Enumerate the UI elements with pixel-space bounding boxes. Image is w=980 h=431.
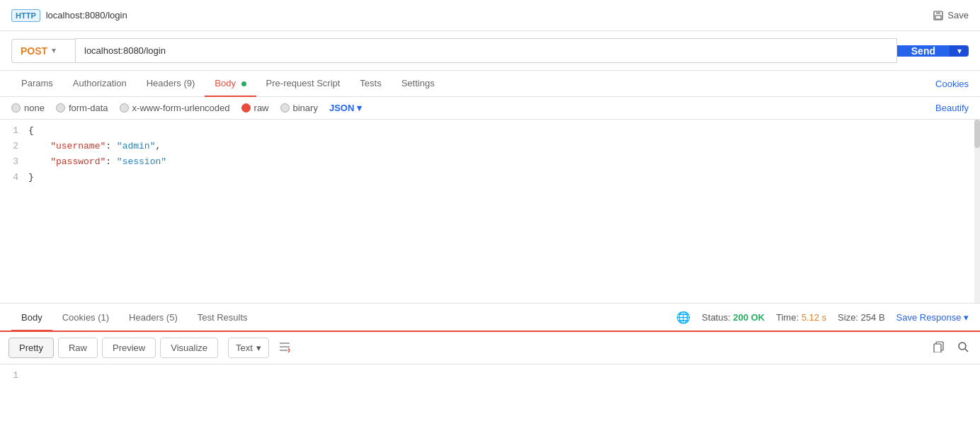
request-tabs: Params Authorization Headers (9) Body Pr… (0, 71, 980, 97)
radio-binary (280, 103, 290, 113)
option-form-data[interactable]: form-data (56, 103, 108, 113)
radio-raw (241, 103, 251, 113)
code-editor[interactable]: 1 { 2 "username": "admin", 3 "password":… (0, 120, 980, 304)
size-label: Size: 254 B (838, 312, 885, 323)
view-visualize-button[interactable]: Visualize (160, 338, 218, 358)
code-line-2: 2 "username": "admin", (0, 139, 980, 155)
time-value: 5.12 s (802, 312, 826, 323)
copy-button[interactable] (930, 338, 947, 358)
filter-svg (278, 340, 292, 354)
svg-line-9 (965, 349, 968, 352)
resp-tab-headers[interactable]: Headers (5) (119, 305, 188, 331)
resp-line-1: 1 (0, 369, 980, 384)
chevron-down-icon: ▾ (52, 46, 56, 55)
tab-body[interactable]: Body (205, 71, 256, 97)
editor-scrollbar[interactable] (974, 120, 980, 303)
line-number-2: 2 (0, 139, 28, 151)
line-number-4: 4 (0, 171, 28, 183)
radio-none (11, 103, 21, 113)
scrollbar-thumb[interactable] (974, 120, 980, 148)
http-badge: HTTP (11, 9, 40, 22)
top-bar: HTTP localhost:8080/login Save (0, 0, 980, 31)
status-value: 200 OK (733, 312, 765, 323)
tab-prerequest[interactable]: Pre-request Script (256, 71, 351, 97)
size-value: 254 B (861, 312, 885, 323)
option-raw[interactable]: raw (241, 103, 269, 113)
beautify-button[interactable]: Beautify (935, 103, 969, 113)
svg-rect-2 (935, 16, 941, 19)
radio-form-data (56, 103, 65, 113)
response-toolbar-right (930, 338, 972, 358)
globe-icon: 🌐 (676, 311, 690, 324)
view-pretty-button[interactable]: Pretty (8, 338, 54, 358)
send-button-group: Send ▾ (897, 45, 969, 57)
line-number-3: 3 (0, 155, 28, 167)
view-preview-button[interactable]: Preview (102, 338, 156, 358)
send-button[interactable]: Send (897, 45, 950, 57)
cookies-link[interactable]: Cookies (935, 79, 969, 89)
body-active-dot (241, 81, 246, 86)
line-content-2: "username": "admin", (28, 139, 980, 151)
search-icon (957, 341, 969, 352)
code-line-3: 3 "password": "session" (0, 155, 980, 171)
filter-icon[interactable] (278, 340, 292, 357)
svg-rect-1 (936, 11, 940, 14)
resp-tab-test-results[interactable]: Test Results (188, 305, 258, 331)
chevron-down-icon: ▾ (357, 103, 362, 113)
line-content-3: "password": "session" (28, 155, 980, 167)
send-dropdown-button[interactable]: ▾ (950, 45, 969, 57)
save-response-button[interactable]: Save Response ▾ (896, 312, 969, 323)
resp-tab-cookies[interactable]: Cookies (1) (52, 305, 119, 331)
request-bar: POST ▾ Send ▾ (0, 31, 980, 71)
url-input[interactable] (75, 38, 897, 63)
code-line-1: 1 { (0, 124, 980, 139)
line-number-1: 1 (0, 124, 28, 136)
option-binary[interactable]: binary (280, 103, 318, 113)
text-format-dropdown[interactable]: Text ▾ (228, 338, 269, 358)
line-content-4: } (28, 171, 980, 183)
view-raw-button[interactable]: Raw (58, 338, 98, 358)
tab-tests[interactable]: Tests (350, 71, 391, 97)
method-label: POST (21, 45, 47, 57)
time-label: Time: 5.12 s (776, 312, 826, 323)
radio-urlencoded (120, 103, 129, 113)
option-urlencoded[interactable]: x-www-form-urlencoded (120, 103, 230, 113)
tab-settings[interactable]: Settings (392, 71, 445, 97)
line-content-1: { (28, 124, 980, 136)
method-dropdown[interactable]: POST ▾ (11, 39, 75, 63)
resp-line-number-1: 1 (0, 369, 28, 381)
search-button[interactable] (955, 338, 972, 358)
response-tabs: Body Cookies (1) Headers (5) Test Result… (0, 304, 980, 332)
svg-point-8 (959, 343, 966, 350)
response-meta: 🌐 Status: 200 OK Time: 5.12 s Size: 254 … (676, 311, 969, 324)
tab-headers[interactable]: Headers (9) (137, 71, 205, 97)
copy-icon (933, 341, 945, 352)
chevron-down-icon: ▾ (964, 312, 969, 323)
tab-authorization[interactable]: Authorization (63, 71, 137, 97)
save-label: Save (947, 10, 969, 21)
code-line-4: 4 } (0, 171, 980, 186)
svg-rect-7 (934, 344, 941, 352)
top-bar-left: HTTP localhost:8080/login (11, 9, 127, 22)
option-none[interactable]: none (11, 103, 45, 113)
status-label: Status: 200 OK (702, 312, 765, 323)
save-icon (933, 10, 944, 21)
save-button[interactable]: Save (933, 10, 969, 21)
resp-tab-body[interactable]: Body (11, 305, 52, 331)
response-toolbar: Pretty Raw Preview Visualize Text ▾ (0, 332, 980, 364)
top-bar-url: localhost:8080/login (46, 10, 127, 21)
chevron-down-icon: ▾ (256, 343, 261, 353)
format-selector[interactable]: JSON ▾ (329, 103, 362, 113)
tab-params[interactable]: Params (11, 71, 63, 97)
response-content: 1 (0, 364, 980, 389)
body-options: none form-data x-www-form-urlencoded raw… (0, 97, 980, 120)
